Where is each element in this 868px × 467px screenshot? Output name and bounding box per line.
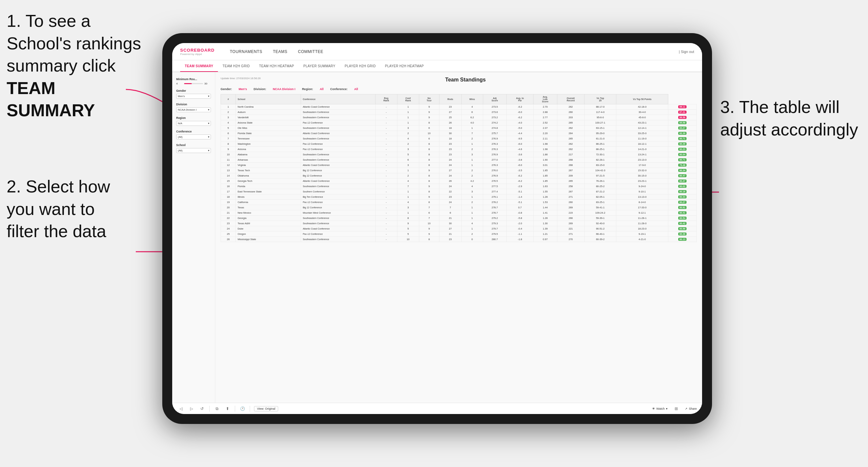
- col-avg-to-par[interactable]: Avg. toPar: [507, 94, 533, 104]
- col-rank[interactable]: #: [221, 94, 236, 104]
- table-row[interactable]: 17 East Tennessee State Southern Confere…: [221, 189, 697, 194]
- cell-vs-top25: 11-28-1: [616, 216, 668, 221]
- table-row[interactable]: 21 New Mexico Mountain West Conference -…: [221, 210, 697, 216]
- cell-conf-rank: 1: [397, 189, 419, 194]
- cell-school: Texas Tech: [236, 168, 301, 173]
- table-row[interactable]: 5 Ole Miss Southeastern Conference - 3 6…: [221, 126, 697, 131]
- cell-overall: 83-15-0: [584, 163, 616, 168]
- col-school[interactable]: School: [236, 94, 301, 104]
- table-row[interactable]: 9 Arizona Pac-12 Conference - 3 8 23 2 2…: [221, 147, 697, 152]
- table-row[interactable]: 16 Florida Southeastern Conference - 7 9…: [221, 184, 697, 189]
- cell-conf: Atlantic Coast Conference: [301, 179, 376, 184]
- table-row[interactable]: 12 Virginia Atlantic Coast Conference - …: [221, 163, 697, 168]
- cell-no-tour: 7: [419, 216, 439, 221]
- table-row[interactable]: 25 Oregon Pac-12 Conference - 5 9 21 2 2…: [221, 231, 697, 237]
- filter-division: Division NCAA Division I ▾: [176, 103, 211, 112]
- table-row[interactable]: 11 Arkansas Southeastern Conference - 6 …: [221, 157, 697, 163]
- share-icon-small[interactable]: ⬆: [224, 405, 231, 412]
- cell-conf-rank: 10: [397, 237, 419, 242]
- col-rnds[interactable]: Rnds: [439, 94, 461, 104]
- cell-conf-rank: 5: [397, 231, 419, 237]
- table-row[interactable]: 3 Vanderbilt Southeastern Conference - 1…: [221, 115, 697, 120]
- copy-icon[interactable]: ⧉: [214, 405, 220, 412]
- table-row[interactable]: 8 Washington Pac-12 Conference - 2 8 23 …: [221, 142, 697, 147]
- col-no-tour[interactable]: NoTour: [419, 94, 439, 104]
- table-row[interactable]: 13 Texas Tech Big 12 Conference - 1 9 27…: [221, 168, 697, 173]
- cell-vs-top25: 42-18-0: [616, 104, 668, 110]
- tab-team-summary[interactable]: TEAM SUMMARY: [180, 61, 218, 72]
- nav-tournaments[interactable]: TOURNAMENTS: [230, 49, 262, 54]
- table-row[interactable]: 23 Texas A&M Southeastern Conference - 9…: [221, 221, 697, 226]
- cell-adj-score: 278.2: [483, 200, 507, 205]
- cell-score-diff: 0.7: [507, 205, 533, 210]
- filter-school-select[interactable]: (All) ▾: [176, 148, 211, 153]
- filter-division-select[interactable]: NCAA Division I ▾: [176, 107, 211, 112]
- cell-school: Washington: [236, 142, 301, 147]
- filter-gender-label: Gender: [176, 89, 211, 92]
- cell-avg-low: 215: [557, 210, 584, 216]
- cell-points: 79.48: [668, 163, 697, 168]
- filter-conference-select[interactable]: (All) ▾: [176, 134, 211, 139]
- table-row[interactable]: 22 Georgia Southeastern Conference - 8 7…: [221, 216, 697, 221]
- reload-icon[interactable]: ↺: [199, 405, 205, 412]
- cell-wins: 2: [461, 231, 483, 237]
- table-row[interactable]: 7 Tennessee Southeastern Conference - 4 …: [221, 136, 697, 142]
- logo-sub: Powered by clippd: [180, 53, 217, 56]
- cell-points: 80.34: [668, 168, 697, 173]
- grid-icon[interactable]: ⊞: [673, 405, 680, 412]
- table-row[interactable]: 1 North Carolina Atlantic Coast Conferen…: [221, 104, 697, 110]
- cell-overall: 61-21-0: [584, 136, 616, 142]
- cell-vs-top25: 9-10-1: [616, 189, 668, 194]
- tab-team-h2h-heatmap[interactable]: TEAM H2H HEATMAP: [254, 61, 299, 72]
- slider-track[interactable]: [184, 83, 203, 84]
- watch-button[interactable]: 👁 Watch ▾: [652, 407, 668, 410]
- table-row[interactable]: 18 Illinois Big Ten Conference - 1 9 23 …: [221, 194, 697, 200]
- view-original-label: View: Original: [257, 407, 275, 410]
- tab-player-summary[interactable]: PLAYER SUMMARY: [299, 61, 340, 72]
- table-row[interactable]: 24 Duke Atlantic Coast Conference - 5 9 …: [221, 226, 697, 231]
- sign-out-button[interactable]: | Sign out: [679, 50, 694, 54]
- filter-region-select[interactable]: N/A ▾: [176, 121, 211, 126]
- table-row[interactable]: 15 Georgia Tech Atlantic Coast Conferenc…: [221, 179, 697, 184]
- col-conference[interactable]: Conference: [301, 94, 376, 104]
- cell-conf-rank: 2: [397, 173, 419, 179]
- col-overall[interactable]: OverallRecord: [557, 94, 584, 104]
- forward-icon[interactable]: ▷: [188, 405, 195, 412]
- cell-adj-score: 278.7: [483, 210, 507, 216]
- cell-school: Arizona: [236, 147, 301, 152]
- tab-team-h2h-grid[interactable]: TEAM H2H GRID: [218, 61, 254, 72]
- nav-teams[interactable]: TEAMS: [273, 49, 287, 54]
- filter-gender-select[interactable]: Men's ▾: [176, 94, 211, 99]
- cell-conf: Southeastern Conference: [301, 237, 376, 242]
- table-row[interactable]: 20 Texas Big 12 Conference - 3 7 7 1 278…: [221, 205, 697, 210]
- share-button[interactable]: ↗ Share: [685, 407, 697, 410]
- tab-player-h2h-grid[interactable]: PLAYER H2H GRID: [340, 61, 380, 72]
- table-row[interactable]: 26 Mississippi State Southeastern Confer…: [221, 237, 697, 242]
- tab-player-h2h-heatmap[interactable]: PLAYER H2H HEATMAP: [380, 61, 428, 72]
- chevron-down-icon: ▾: [208, 135, 209, 138]
- col-avg-low[interactable]: Avg.LowScore: [533, 94, 557, 104]
- toolbar-right: 👁 Watch ▾ ⊞ ↗ Share: [652, 405, 697, 412]
- table-row[interactable]: 4 Arizona State Pac-12 Conference - 1 8 …: [221, 120, 697, 126]
- table-row[interactable]: 10 Alabama Southeastern Conference - 5 8…: [221, 152, 697, 157]
- col-vs-top50[interactable]: Vs Top 50 Points: [616, 94, 668, 104]
- back-icon[interactable]: ◁: [178, 405, 184, 412]
- filter-minimum-rounds: Minimum Rou... 4 30: [176, 77, 211, 85]
- table-row[interactable]: 6 Florida State Atlantic Coast Conferenc…: [221, 131, 697, 136]
- col-wins[interactable]: Wins: [461, 94, 483, 104]
- table-row[interactable]: 19 California Pac-12 Conference - 4 8 24…: [221, 200, 697, 205]
- col-vs-top25[interactable]: Vs Top25: [584, 94, 616, 104]
- col-reg-rank[interactable]: RegRank: [375, 94, 397, 104]
- view-original-button[interactable]: View: Original: [254, 406, 278, 411]
- nav-committee[interactable]: COMMITTEE: [298, 49, 323, 54]
- cell-school: Texas A&M: [236, 221, 301, 226]
- cell-rank: 19: [221, 200, 236, 205]
- cell-vs-top25: 45-6-0: [616, 115, 668, 120]
- table-row[interactable]: 14 Oklahoma Big 12 Conference - 2 8 24 2…: [221, 173, 697, 179]
- table-row[interactable]: 2 Auburn Southeastern Conference - 1 9 2…: [221, 110, 697, 115]
- clock-icon[interactable]: 🕐: [239, 405, 246, 412]
- col-conf-rank[interactable]: ConfRank: [397, 94, 419, 104]
- cell-avg-low: 262: [557, 126, 584, 131]
- col-adj-score[interactable]: AdjScore: [483, 94, 507, 104]
- cell-avg-to-par: 1.98: [533, 147, 557, 152]
